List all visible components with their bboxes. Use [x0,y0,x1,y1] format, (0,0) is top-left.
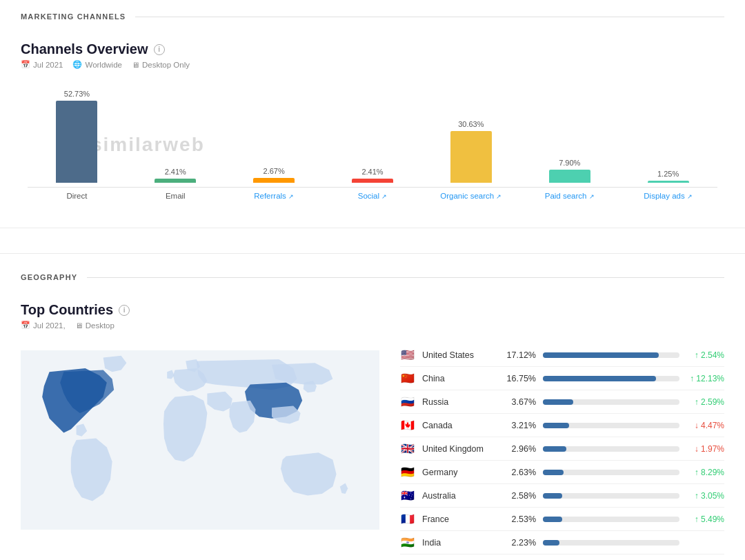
country-flag: 🇷🇺 [400,395,415,408]
bar-label-organic_search[interactable]: Organic search ↗ [440,192,501,200]
country-pct: 17.12% [505,350,536,360]
geo-meta: 📅 Jul 2021, 🖥 Desktop [21,321,724,330]
country-bar-fill [543,399,573,405]
country-row: 🇨🇦Canada3.21%↓ 4.47% [400,414,724,437]
bar-link-display_ads[interactable]: Display ads ↗ [644,192,693,200]
bar-pct-display_ads: 1.25% [657,170,679,178]
bar-fill-direct [56,101,97,183]
bar-label-referrals[interactable]: Referrals ↗ [254,192,294,200]
bar-baseline-organic_search [421,187,520,188]
bar-group-email: 2.41%Email [126,90,225,200]
calendar-icon: 📅 [21,60,30,69]
geo-date: 📅 Jul 2021, [21,321,66,330]
country-flag: 🇬🇧 [400,442,415,455]
country-pct: 2.58% [505,491,536,501]
country-row: 🇮🇳India2.23% [400,531,724,554]
country-flag: 🇩🇪 [400,466,415,479]
country-pct: 2.53% [505,514,536,524]
bar-label-social[interactable]: Social ↗ [358,192,388,200]
country-name: India [422,538,498,548]
country-bar-fill [543,352,659,358]
country-name: Russia [422,397,498,407]
country-row: 🇦🇺Australia2.58%↑ 3.05% [400,484,724,508]
country-row: 🇷🇺Russia3.67%↑ 2.59% [400,390,724,414]
country-row: 🇬🇧United Kingdom2.96%↓ 1.97% [400,437,724,461]
bar-fill-social [352,179,393,183]
country-bar-bg [543,446,679,452]
globe-icon: 🌐 [72,60,82,69]
marketing-channels-label: MARKETING CHANNELS [21,12,126,21]
geo-calendar-icon: 📅 [21,321,30,330]
country-pct: 16.75% [505,374,536,383]
country-name: Australia [422,491,498,501]
bar-label-direct: Direct [66,192,87,200]
bar-baseline-social [324,187,422,188]
countries-table: 🇺🇸United States17.12%↑ 2.54%🇨🇳China16.75… [400,343,724,554]
bar-pct-social: 2.41% [361,168,383,176]
bar-group-organic_search: 30.63%Organic search ↗ [421,90,520,200]
country-row: 🇨🇳China16.75%↑ 12.13% [400,367,724,390]
geography-divider [87,277,724,278]
country-change: ↑ 12.13% [686,374,724,383]
bar-label-display_ads[interactable]: Display ads ↗ [644,192,693,200]
bar-pct-paid_search: 7.90% [559,159,580,167]
country-pct: 3.21% [505,421,536,430]
geo-desktop-icon: 🖥 [75,321,83,330]
country-flag: 🇨🇦 [400,419,415,432]
country-name: Canada [422,421,498,430]
geo-device: 🖥 Desktop [75,321,115,330]
country-change: ↓ 1.97% [686,444,724,454]
bar-link-organic_search[interactable]: Organic search ↗ [440,192,501,200]
geo-content: 🇺🇸United States17.12%↑ 2.54%🇨🇳China16.75… [21,343,724,554]
world-map [21,343,379,537]
channels-section: Channels Overview i 📅 Jul 2021 🌐 Worldwi… [0,28,745,221]
bar-link-social[interactable]: Social ↗ [358,192,388,200]
bar-baseline-referrals [225,187,324,188]
bar-fill-referrals [253,178,295,183]
country-bar-bg [543,352,679,358]
channels-device: 🖥 Desktop Only [132,61,190,69]
bar-pct-referrals: 2.67% [264,167,285,175]
bar-group-referrals: 2.67%Referrals ↗ [225,90,324,200]
country-row: 🇩🇪Germany2.63%↑ 8.29% [400,461,724,484]
channels-meta: 📅 Jul 2021 🌐 Worldwide 🖥 Desktop Only [21,60,724,69]
country-row: 🇺🇸United States17.12%↑ 2.54% [400,343,724,367]
country-name: United States [422,350,498,360]
country-change: ↓ 4.47% [686,421,724,430]
bar-baseline-direct [28,187,126,188]
bar-pct-email: 2.41% [165,168,186,176]
geo-info-icon[interactable]: i [119,305,130,316]
bar-group-direct: 52.73%Direct [28,90,126,200]
bar-fill-email [155,179,196,183]
country-name: France [422,514,498,524]
channels-info-icon[interactable]: i [154,44,165,55]
country-flag: 🇫🇷 [400,512,415,526]
bar-group-social: 2.41%Social ↗ [324,90,422,200]
country-bar-fill [543,376,656,381]
geography-section: Top Countries i 📅 Jul 2021, 🖥 Desktop [0,288,745,560]
bar-label-email: Email [166,192,186,200]
country-flag: 🇨🇳 [400,372,415,385]
country-bar-bg [543,517,679,522]
country-bar-bg [543,376,679,381]
bar-fill-paid_search [549,170,590,183]
country-name: China [422,374,498,383]
desktop-icon: 🖥 [132,61,139,69]
bar-link-referrals[interactable]: Referrals ↗ [254,192,294,200]
bar-group-display_ads: 1.25%Display ads ↗ [619,90,717,200]
bar-baseline-display_ads [619,187,717,188]
bar-link-paid_search[interactable]: Paid search ↗ [545,192,595,200]
bar-label-paid_search[interactable]: Paid search ↗ [545,192,595,200]
country-pct: 2.96% [505,444,536,454]
bars-row: 52.73%Direct2.41%Email2.67%Referrals ↗2.… [28,90,717,200]
country-bar-fill [543,493,562,499]
bar-pct-organic_search: 30.63% [458,120,484,128]
bar-baseline-paid_search [520,187,619,188]
country-bar-fill [543,540,559,546]
country-change: ↑ 8.29% [686,468,724,477]
country-bar-fill [543,517,562,522]
country-change: ↑ 2.54% [686,350,724,360]
geography-header: GEOGRAPHY [0,261,745,288]
bar-fill-organic_search [450,131,492,183]
country-change: ↑ 5.49% [686,514,724,524]
